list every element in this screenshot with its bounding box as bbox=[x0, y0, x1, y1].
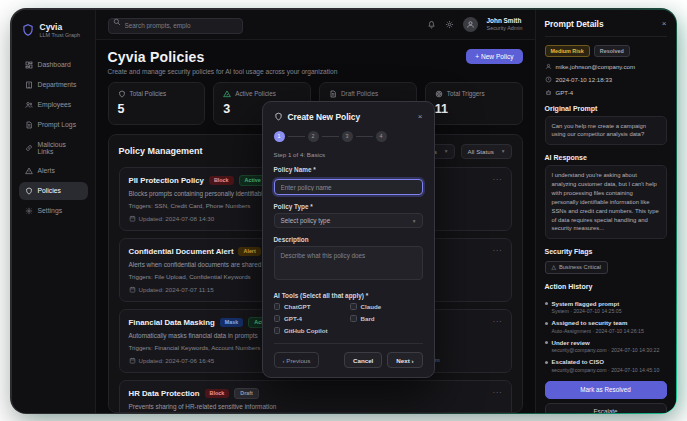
step-4: 4 bbox=[376, 131, 387, 142]
shield-icon bbox=[274, 112, 283, 121]
policy-type-select[interactable]: Select policy type ▾ bbox=[274, 213, 423, 228]
policy-name: HR Data Protection bbox=[129, 389, 200, 398]
stat-label: Active Policies bbox=[235, 90, 276, 97]
sidebar-item-malicious-links[interactable]: Malicious Links bbox=[19, 136, 88, 160]
sidebar-item-label: Settings bbox=[38, 207, 63, 214]
prompt-model: GPT-4 bbox=[556, 89, 574, 96]
stat-label: Total Policies bbox=[130, 90, 167, 97]
stat-value: 5 bbox=[118, 102, 196, 116]
avatar[interactable] bbox=[463, 17, 478, 32]
calendar-icon bbox=[129, 357, 136, 364]
page-header: Cyvia Policies Create and manage securit… bbox=[96, 40, 535, 82]
topbar: John Smith Security Admin bbox=[96, 10, 535, 40]
user-name: John Smith bbox=[487, 17, 523, 25]
brand-name: Cyvia bbox=[40, 22, 80, 32]
filter-status-value: All Status bbox=[468, 148, 494, 155]
checkbox-icon bbox=[350, 303, 357, 310]
step-3: 3 bbox=[342, 131, 353, 142]
departments-icon bbox=[25, 81, 33, 89]
topbar-actions: John Smith Security Admin bbox=[427, 17, 523, 32]
brand: Cyvia LLM Trust Graph bbox=[19, 20, 88, 48]
sidebar-item-departments[interactable]: Departments bbox=[19, 76, 88, 94]
escalate-button[interactable]: Escalate bbox=[545, 403, 667, 413]
step-2: 2 bbox=[308, 131, 319, 142]
history-item: System flagged prompt System · 2024-07-1… bbox=[545, 300, 667, 315]
mark-resolved-button[interactable]: Mark as Resolved bbox=[545, 381, 667, 399]
sidebar-item-employees[interactable]: Employees bbox=[19, 96, 88, 114]
prompt-timestamp: 2024-07-10 12:18:33 bbox=[556, 76, 613, 83]
more-options-icon[interactable]: ... bbox=[493, 245, 503, 253]
sidebar-item-policies[interactable]: Policies bbox=[19, 182, 88, 200]
dashboard-icon bbox=[25, 61, 33, 69]
policy-card-hr-data[interactable]: ... HR Data Protection Block Draft Preve… bbox=[119, 380, 512, 413]
bullet-icon bbox=[545, 322, 548, 325]
step-connector bbox=[288, 136, 305, 137]
history-item: Escalated to CISO security@company.com ·… bbox=[545, 358, 667, 373]
policy-name: Confidential Document Alert bbox=[129, 247, 234, 256]
policy-updated: Updated: 2024-07-06 16:45 bbox=[139, 357, 215, 364]
more-options-icon[interactable]: ... bbox=[493, 174, 503, 182]
security-flag-badge: △ Business Critical bbox=[545, 261, 608, 274]
sidebar-item-label: Policies bbox=[38, 187, 61, 194]
checkbox-chatgpt[interactable]: ChatGPT bbox=[274, 303, 347, 310]
calendar-icon bbox=[129, 215, 136, 222]
gear-icon[interactable] bbox=[445, 20, 454, 29]
bell-icon[interactable] bbox=[427, 20, 436, 29]
checkbox-claude[interactable]: Claude bbox=[350, 303, 423, 310]
original-prompt-text: Can you help me create a campaign using … bbox=[545, 116, 667, 146]
stat-value: 11 bbox=[435, 102, 513, 116]
settings-gear-icon bbox=[25, 207, 33, 215]
sidebar: Cyvia LLM Trust Graph Dashboard Departme… bbox=[12, 10, 96, 413]
history-item: Under review security@company.com · 2024… bbox=[545, 339, 667, 354]
bullet-icon bbox=[545, 361, 548, 364]
next-button[interactable]: Next › bbox=[387, 352, 422, 368]
policy-type-value: Select policy type bbox=[281, 217, 331, 224]
sidebar-item-settings[interactable]: Settings bbox=[19, 202, 88, 220]
stat-label: Total Triggers bbox=[447, 90, 485, 97]
risk-badge: Medium Risk bbox=[545, 45, 590, 57]
close-icon[interactable]: × bbox=[662, 20, 667, 28]
checkbox-github-copilot[interactable]: GitHub Copilot bbox=[274, 327, 347, 334]
alerts-icon bbox=[25, 167, 33, 175]
step-indicator: 1 2 3 4 bbox=[274, 131, 423, 142]
page-subtitle: Create and manage security policies for … bbox=[108, 68, 338, 75]
sidebar-item-label: Employees bbox=[38, 101, 72, 108]
sidebar-item-label: Dashboard bbox=[38, 61, 71, 68]
clock-icon bbox=[545, 76, 552, 83]
previous-button[interactable]: ‹ Previous bbox=[274, 352, 320, 368]
history-title: Under review bbox=[552, 339, 660, 346]
more-options-icon[interactable]: ... bbox=[493, 316, 503, 324]
sidebar-item-dashboard[interactable]: Dashboard bbox=[19, 56, 88, 74]
original-prompt-label: Original Prompt bbox=[545, 105, 667, 112]
sidebar-nav: Dashboard Departments Employees Prompt L… bbox=[19, 56, 88, 220]
sidebar-item-prompt-logs[interactable]: Prompt Logs bbox=[19, 116, 88, 134]
checkbox-icon bbox=[350, 315, 357, 322]
brand-subtitle: LLM Trust Graph bbox=[40, 32, 80, 38]
policy-description: Prevents sharing of HR-related sensitive… bbox=[129, 403, 345, 410]
ai-response-label: AI Response bbox=[545, 154, 667, 161]
more-options-icon[interactable]: ... bbox=[493, 387, 503, 395]
history-meta: security@company.com · 2024-07-10 14:30:… bbox=[552, 347, 660, 353]
description-textarea[interactable] bbox=[274, 246, 423, 280]
sidebar-item-label: Malicious Links bbox=[38, 141, 82, 155]
user-meta: John Smith Security Admin bbox=[487, 17, 523, 32]
policy-name: PII Protection Policy bbox=[129, 176, 204, 185]
close-icon[interactable]: × bbox=[418, 113, 423, 121]
prompt-details-title: Prompt Details bbox=[545, 19, 604, 29]
filter-status-select[interactable]: All Status ▾ bbox=[461, 144, 512, 159]
chevron-down-icon: ▾ bbox=[502, 148, 505, 154]
page-title: Cyvia Policies bbox=[108, 49, 338, 65]
checkbox-bard[interactable]: Bard bbox=[350, 315, 423, 322]
search-input[interactable] bbox=[108, 18, 243, 34]
sidebar-item-alerts[interactable]: Alerts bbox=[19, 162, 88, 180]
security-flag-text: Business Critical bbox=[559, 264, 601, 270]
app-frame: Cyvia LLM Trust Graph Dashboard Departme… bbox=[10, 8, 677, 414]
cancel-button[interactable]: Cancel bbox=[344, 352, 382, 368]
checkbox-icon bbox=[274, 327, 281, 334]
search-icon bbox=[113, 18, 121, 26]
policy-updated: Updated: 2024-07-08 14:30 bbox=[139, 215, 215, 222]
policy-name-input[interactable] bbox=[274, 179, 423, 195]
checkbox-gpt4[interactable]: GPT-4 bbox=[274, 315, 347, 322]
step-1: 1 bbox=[274, 131, 285, 142]
new-policy-button[interactable]: + New Policy bbox=[466, 49, 522, 64]
